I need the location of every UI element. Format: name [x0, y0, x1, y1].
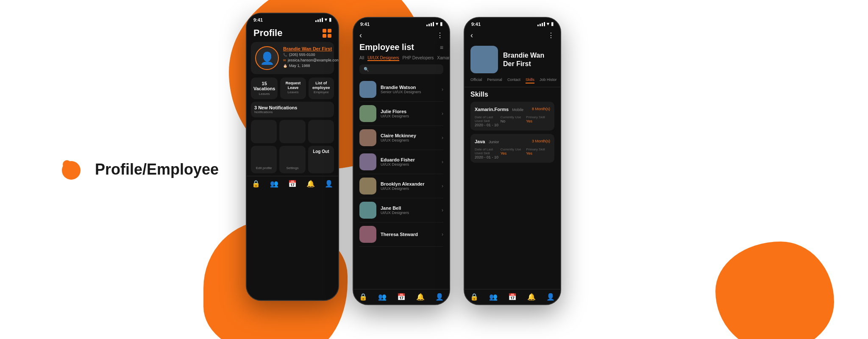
- chevron-icon-1: ›: [442, 86, 443, 92]
- nav-bell-1[interactable]: 🔔: [306, 180, 315, 188]
- list-item[interactable]: Brandie Watson Senior UI/UX Designers ›: [359, 78, 443, 102]
- skill-months-1: 8 Month(s): [532, 107, 550, 111]
- tab-contact[interactable]: Contact: [507, 78, 520, 83]
- nav-lock-2[interactable]: 🔒: [359, 293, 367, 301]
- tab-official[interactable]: Official: [470, 78, 482, 83]
- list-item[interactable]: Claire Mckinney UI/UX Designers ›: [359, 126, 443, 150]
- chevron-icon-3: ›: [442, 135, 443, 141]
- wifi-icon: ▾: [325, 17, 327, 22]
- emp-avatar-7: [359, 226, 376, 243]
- currently-label-2: Currently Use: [501, 147, 525, 151]
- more-button-2[interactable]: ⋮: [437, 31, 443, 39]
- primary-label: Primary Skill: [526, 115, 550, 119]
- emp-title-row: Employee list ≡: [353, 42, 449, 55]
- filter-uiux[interactable]: UI/UX Designers: [367, 55, 399, 61]
- status-icons-1: ▾ ▮: [315, 17, 331, 22]
- search-bar[interactable]: 🔍: [359, 64, 443, 74]
- status-icons-2: ▾ ▮: [426, 21, 442, 27]
- skill-name-2: Java: [475, 139, 485, 144]
- nav-profile-1[interactable]: 👤: [325, 180, 333, 188]
- nav-calendar-2[interactable]: 📅: [397, 293, 406, 301]
- logout-cell[interactable]: Log Out: [308, 146, 334, 173]
- profile-tabs: Official Personal Contact Skills Job His…: [465, 78, 560, 87]
- emp-avatar-3: [359, 129, 376, 146]
- request-leave-cell[interactable]: Request Leave Leaves: [280, 78, 306, 99]
- battery-icon-3: ▮: [551, 21, 554, 27]
- request-leave-title: Request Leave: [283, 81, 303, 90]
- email-icon: ✉: [283, 58, 286, 62]
- chevron-icon-5: ›: [442, 183, 443, 189]
- grid-icon[interactable]: [323, 29, 331, 38]
- phone-skills: 9:41 ▾ ▮ ‹ ⋮ Brandie Wan Der First: [464, 17, 561, 305]
- nav-people-3[interactable]: 👥: [489, 293, 498, 301]
- phone-employee-list: 9:41 ▾ ▮ ‹ ⋮ Employee list ≡: [353, 17, 450, 305]
- employee-profile-3: Brandie Wan Der First: [465, 42, 560, 78]
- filter-xamarin[interactable]: Xamarin De: [437, 55, 449, 61]
- emp-role-5: UI/UX Designers: [381, 186, 437, 191]
- wifi-icon-3: ▾: [547, 21, 549, 27]
- battery-icon: ▮: [329, 17, 331, 22]
- nav-profile-2[interactable]: 👤: [435, 293, 444, 301]
- vacation-label: Leaves: [253, 92, 275, 96]
- nav-calendar-3[interactable]: 📅: [508, 293, 517, 301]
- nav-lock-1[interactable]: 🔒: [252, 180, 260, 188]
- empty-cell-3: [308, 120, 334, 143]
- user-avatar: 👤: [255, 46, 279, 70]
- nav-profile-3[interactable]: 👤: [546, 293, 555, 301]
- notifications-cell[interactable]: 3 New Notifications Notifications: [251, 102, 334, 117]
- emp-name-3: Claire Mckinney: [381, 133, 437, 138]
- emp-info-7: Theresa Steward: [381, 232, 437, 237]
- skills-header: ‹ ⋮: [465, 28, 560, 42]
- emp-info-4: Eduardo Fisher UI/UX Designers: [381, 157, 437, 167]
- list-item[interactable]: Brooklyn Alexander UI/UX Designers ›: [359, 174, 443, 198]
- list-employee-cell[interactable]: List of employee Employee: [309, 78, 334, 99]
- list-item[interactable]: Theresa Steward ›: [359, 222, 443, 247]
- back-button-3[interactable]: ‹: [470, 31, 473, 40]
- skill-level-2: Junior: [489, 140, 499, 144]
- edit-profile-label: Edit profile: [253, 166, 274, 170]
- nav-bell-3[interactable]: 🔔: [527, 293, 536, 301]
- emp-list-header: ‹ ⋮: [353, 28, 449, 42]
- skill-details-2: Date of Last Used Skill 2020 - 01 - 10 C…: [475, 147, 550, 159]
- list-item[interactable]: Eduardo Fisher UI/UX Designers ›: [359, 150, 443, 174]
- nav-lock-3[interactable]: 🔒: [470, 293, 479, 301]
- emp-name-5: Brooklyn Alexander: [381, 181, 437, 186]
- back-button-2[interactable]: ‹: [359, 31, 362, 40]
- list-item[interactable]: Jane Bell UI/UX Designers ›: [359, 198, 443, 222]
- settings-cell[interactable]: Settings: [279, 146, 305, 173]
- skills-title: Skills: [470, 91, 554, 98]
- search-icon: 🔍: [364, 67, 369, 72]
- chevron-icon-6: ›: [442, 207, 443, 213]
- filter-tabs: All UI/UX Designers PHP Developers Xamar…: [353, 55, 449, 64]
- tab-job-history[interactable]: Job Histor: [540, 78, 557, 83]
- signal-icon: [315, 18, 323, 22]
- skill-name-row-1: Xamarin.Forms Mobile: [475, 105, 523, 113]
- avatar-figure: 👤: [260, 51, 275, 65]
- filter-all[interactable]: All: [359, 55, 364, 61]
- edit-profile-cell[interactable]: Edit profile: [251, 146, 277, 173]
- emp-info-6: Jane Bell UI/UX Designers: [381, 206, 437, 215]
- profile-card: 👤 Brandie Wan Der First 📞 (205) 555-0100…: [251, 42, 334, 74]
- status-time-1: 9:41: [253, 17, 263, 22]
- nav-bell-2[interactable]: 🔔: [416, 293, 425, 301]
- birthday-detail: 🎂 May 1, 1988: [283, 64, 338, 68]
- tab-skills[interactable]: Skills: [526, 78, 534, 83]
- list-item[interactable]: Julie Flores UI/UX Designers ›: [359, 102, 443, 126]
- nav-people-2[interactable]: 👥: [378, 293, 387, 301]
- more-button-3[interactable]: ⋮: [548, 31, 554, 39]
- filter-php[interactable]: PHP Developers: [403, 55, 434, 61]
- phone-profile: 9:41 ▾ ▮ Profile 👤: [246, 13, 339, 301]
- skill-last-used-col: Date of Last Used Skill 2020 - 01 - 10: [475, 115, 499, 127]
- signal-icon-2: [426, 22, 434, 26]
- emp-role-4: UI/UX Designers: [381, 162, 437, 167]
- email-detail: ✉ jessica.hanson@example.com: [283, 58, 338, 62]
- user-name[interactable]: Brandie Wan Der First: [283, 46, 338, 51]
- sort-icon[interactable]: ≡: [440, 44, 443, 51]
- vacations-cell[interactable]: 15 Vacations Leaves: [251, 78, 278, 99]
- nav-calendar-1[interactable]: 📅: [288, 180, 297, 188]
- skill-card-header-1: Xamarin.Forms Mobile 8 Month(s): [475, 105, 550, 113]
- emp-role-3: UI/UX Designers: [381, 138, 437, 142]
- nav-people-1[interactable]: 👥: [270, 180, 278, 188]
- last-used-label-2: Date of Last Used Skill: [475, 147, 499, 155]
- tab-personal[interactable]: Personal: [487, 78, 502, 83]
